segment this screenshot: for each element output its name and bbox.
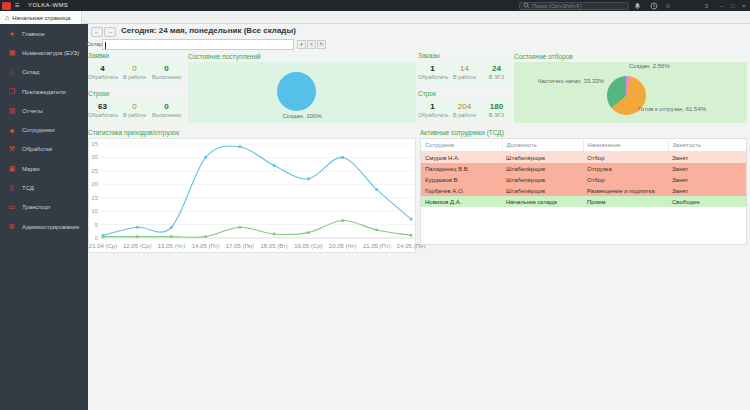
column-header[interactable]: Сотрудник: [421, 139, 502, 152]
svg-text:12.05 (Ср): 12.05 (Ср): [123, 243, 151, 249]
statistics-line-chart: 0510152025303521.04 (Ср)12.05 (Ср)13.05 …: [89, 139, 415, 252]
stat-label: В работе: [450, 74, 479, 80]
maximize-icon[interactable]: □: [731, 0, 735, 11]
stat-box[interactable]: 24В ЭГЗ: [482, 61, 511, 84]
sidebar-item[interactable]: ▦Номенклатура (ЕУЗ): [0, 43, 88, 62]
history-clock-icon[interactable]: [650, 0, 658, 11]
sidebar-item-label: Сотрудники: [22, 127, 55, 133]
svg-text:15: 15: [91, 195, 98, 201]
table-cell: Отбор: [583, 174, 668, 185]
dropdown-icon[interactable]: ▾: [297, 40, 306, 49]
table-cell: Штабелёрщик: [502, 174, 583, 185]
stat-box[interactable]: 0Выполнено: [152, 99, 181, 122]
sidebar-item[interactable]: ⚙Администрирование: [0, 217, 88, 236]
table-cell: Штабелёрщик: [502, 163, 583, 174]
warehouse-input[interactable]: [102, 39, 294, 50]
table-cell: Занят: [668, 185, 746, 196]
sidebar-item-label: Обработки: [22, 146, 52, 152]
svg-text:20: 20: [91, 181, 98, 187]
stat-box[interactable]: 1Обработать: [418, 61, 447, 84]
receipts-pie-panel: Создан, 100%: [188, 62, 416, 123]
table-row[interactable]: Смуров Н.А.ШтабелёрщикОтборЗанят: [421, 152, 746, 164]
column-header[interactable]: Должность: [502, 139, 583, 152]
receipts-pie-label: Создан, 100%: [188, 113, 416, 119]
table-row[interactable]: Новиков Д.А.Начальник складаПриемСвободе…: [421, 196, 746, 207]
sidebar-item[interactable]: ☻Сотрудники: [0, 120, 88, 139]
sidebar-item[interactable]: ▣Марки: [0, 159, 88, 178]
receipts-panel-title: Состояние поступлений: [188, 53, 261, 60]
svg-text:35: 35: [91, 141, 98, 147]
svg-text:18.05 (Вт): 18.05 (Вт): [260, 243, 287, 249]
sidebar-item[interactable]: ▯ТСД: [0, 178, 88, 197]
sidebar-item-label: Отчеты: [22, 108, 43, 114]
window-menu-icon[interactable]: ≡: [705, 0, 709, 11]
sidebar-item-label: Номенклатура (ЕУЗ): [22, 50, 79, 56]
tab-home-page[interactable]: ⌂ Начальная страница: [0, 11, 82, 24]
stat-box[interactable]: 0Выполнено: [152, 61, 181, 84]
stat-value: 180: [482, 102, 511, 111]
sidebar-item[interactable]: ★Главное: [0, 24, 88, 43]
stats-group-title: Строк: [418, 90, 514, 97]
star-icon: ★: [7, 30, 17, 38]
svg-text:21.05 (Пт): 21.05 (Пт): [363, 243, 391, 249]
stats-group: Заказы1Обработать14В работе24В ЭГЗ: [418, 52, 514, 84]
stat-value: 204: [450, 102, 479, 111]
stat-value: 24: [482, 64, 511, 73]
picks-panel-title: Состояние отборов: [514, 53, 573, 60]
tab-bar: ⌂ Начальная страница: [0, 11, 750, 24]
stat-label: В ЭГЗ: [482, 74, 511, 80]
minimize-icon[interactable]: –: [720, 0, 723, 11]
app-window: ≡ YOLKA-WMS Поиск (Ctrl+Shift+F) ☆ ≡ – □…: [0, 0, 750, 410]
sidebar-item[interactable]: ▥Отчеты: [0, 101, 88, 120]
table-cell: Горбачев А.О.: [421, 185, 502, 196]
sidebar-item-label: Поклажедатели: [22, 89, 66, 95]
stat-box[interactable]: 204В работе: [450, 99, 479, 122]
table-row[interactable]: Курдюков В.ШтабелёрщикОтборЗанят: [421, 174, 746, 185]
employees-icon: ☻: [7, 127, 17, 134]
refresh-icon[interactable]: ↻: [317, 40, 326, 49]
search-placeholder: Поиск (Ctrl+Shift+F): [532, 3, 582, 9]
sidebar-item[interactable]: ▭Транспорт: [0, 198, 88, 217]
stat-box[interactable]: 1Обработать: [418, 99, 447, 122]
sidebar-menu: ★Главное▦Номенклатура (ЕУЗ)⌂Склад❒Поклаж…: [0, 24, 88, 410]
forward-button[interactable]: →: [104, 27, 116, 37]
stats-group: Строк1Обработать204В работе180В ЭГЗ: [418, 90, 514, 122]
stats-group: Строки63Обработать0В работе0Выполнено: [88, 90, 184, 122]
transport-icon: ▭: [7, 203, 17, 211]
svg-text:10: 10: [91, 208, 98, 214]
close-icon[interactable]: ×: [742, 0, 746, 11]
warehouse-field-buttons: ▾ × ↻: [297, 40, 326, 49]
main-menu-icon[interactable]: ≡: [15, 0, 20, 11]
sidebar-item-label: Склад: [22, 69, 39, 75]
stat-label: Обработать: [418, 74, 447, 80]
table-cell: Занят: [668, 174, 746, 185]
column-header[interactable]: Назначение: [583, 139, 668, 152]
app-logo-icon: [2, 2, 11, 10]
statistics-chart-panel: 0510152025303521.04 (Ср)12.05 (Ср)13.05 …: [88, 138, 416, 253]
stat-value: 0: [152, 102, 181, 111]
table-cell: Штабелёрщик: [502, 152, 583, 164]
table-row[interactable]: Горбачев А.О.ШтабелёрщикРазмещение и под…: [421, 185, 746, 196]
favorites-star-icon[interactable]: ☆: [665, 0, 671, 11]
table-cell: Занят: [668, 163, 746, 174]
sidebar-item[interactable]: ⚒Обработки: [0, 140, 88, 159]
box-icon: ▦: [7, 49, 17, 57]
table-row[interactable]: Паладенец В.В.ШтабелёрщикОтгрузкаЗанят: [421, 163, 746, 174]
column-header[interactable]: Занятость: [668, 139, 746, 152]
sidebar-item[interactable]: ❒Поклажедатели: [0, 82, 88, 101]
stat-box[interactable]: 63Обработать: [88, 99, 117, 122]
employees-table-title: Активные сотрудники (ТСД): [420, 129, 504, 136]
notifications-bell-icon[interactable]: [634, 0, 641, 11]
stat-box[interactable]: 0В работе: [120, 61, 149, 84]
sidebar-item[interactable]: ⌂Склад: [0, 63, 88, 82]
stat-box[interactable]: 180В ЭГЗ: [482, 99, 511, 122]
svg-text:19.05 (Ср): 19.05 (Ср): [294, 243, 322, 249]
stat-box[interactable]: 0В работе: [120, 99, 149, 122]
stat-box[interactable]: 4Обработать: [88, 61, 117, 84]
stat-box[interactable]: 14В работе: [450, 61, 479, 84]
clear-icon[interactable]: ×: [307, 40, 316, 49]
stats-group-title: Заявки: [88, 52, 184, 59]
stat-value: 63: [88, 102, 117, 111]
global-search-input[interactable]: Поиск (Ctrl+Shift+F): [519, 2, 629, 10]
back-button[interactable]: ←: [91, 27, 103, 37]
